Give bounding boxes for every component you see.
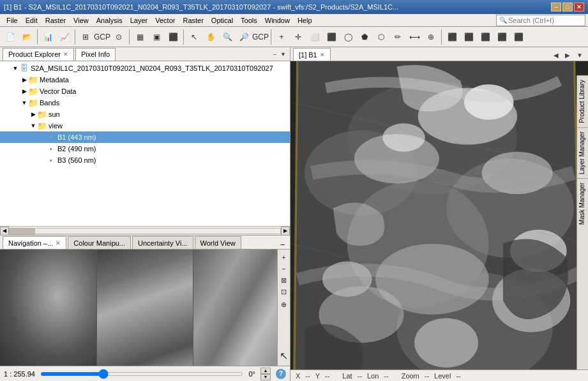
tree-item-b3[interactable]: ▶ ▪ B3 (560 nm)	[0, 154, 290, 166]
tool-barcode2[interactable]: ▣	[149, 29, 164, 45]
tool-grid[interactable]: ⊞	[78, 29, 93, 45]
tool-profile[interactable]: 📈	[57, 29, 72, 45]
tool-more1[interactable]: ⬛	[444, 29, 460, 45]
sidebar-mask-manager[interactable]: Mask Manager	[577, 178, 588, 228]
menu-tools[interactable]: Tools	[237, 15, 261, 26]
tree-toggle-metadata[interactable]: ▶	[20, 76, 28, 84]
menu-vector[interactable]: Vector	[151, 15, 179, 26]
search-input[interactable]	[508, 17, 578, 24]
tool-hand[interactable]: ✋	[203, 29, 218, 45]
tab-product-explorer-close[interactable]: ✕	[63, 51, 68, 57]
menu-file[interactable]: File	[3, 15, 22, 26]
tree-item-metadata[interactable]: ▶ 📁 Metadata	[0, 74, 290, 86]
tool-plus[interactable]: +	[274, 29, 289, 45]
menu-raster[interactable]: Raster	[41, 15, 70, 26]
tool-range[interactable]: ⟷	[407, 29, 422, 45]
menu-analysis[interactable]: Analysis	[93, 15, 126, 26]
tool-more2[interactable]: ⬛	[461, 29, 476, 45]
bottom-panel-minimize[interactable]: –	[278, 240, 287, 249]
tool-more5[interactable]: ⬛	[511, 29, 526, 45]
tab-product-explorer[interactable]: Product Explorer ✕	[3, 48, 74, 61]
tree-item-b2[interactable]: ▶ ▪ B2 (490 nm)	[0, 143, 290, 154]
tool-freehand[interactable]: ✏	[390, 29, 405, 45]
tree-item-b1[interactable]: ▶ ▪ B1 (443 nm)	[0, 131, 290, 143]
menu-edit[interactable]: Edit	[22, 15, 41, 26]
tool-more3[interactable]: ⬛	[478, 29, 493, 45]
tool-gcp2[interactable]: GCP	[253, 29, 268, 45]
thumb-zoom-out-btn[interactable]: −	[279, 264, 289, 274]
tool-shape5[interactable]: ⬡	[373, 29, 389, 45]
menu-help[interactable]: Help	[294, 15, 316, 26]
bottom-panels: Navigation –... ✕ Colour Manipu... Uncer…	[0, 235, 290, 381]
tree-toggle-bands[interactable]: ▼	[20, 99, 28, 107]
tab-view-b1-close[interactable]: ✕	[320, 52, 325, 58]
tool-zoom-in[interactable]: 🔍	[220, 29, 235, 45]
tool-shape1[interactable]: ⬜	[307, 29, 322, 45]
tab-world-view[interactable]: World View	[195, 236, 241, 249]
tree-toggle-sun[interactable]: ▶	[29, 110, 37, 118]
view-nav-next[interactable]: ▶	[562, 51, 573, 59]
menu-layer[interactable]: Layer	[126, 15, 152, 26]
tab-navigation[interactable]: Navigation –... ✕	[3, 236, 66, 249]
sidebar-layer-manager[interactable]: Layer Manager	[577, 127, 588, 178]
tool-gcp[interactable]: GCP	[94, 29, 110, 45]
rotation-up-btn[interactable]: ▲	[260, 368, 271, 374]
tree-item-vector[interactable]: ▶ 📁 Vector Data	[0, 86, 290, 97]
view-nav-menu[interactable]: ▼	[574, 51, 585, 59]
help-button[interactable]: ?	[276, 369, 286, 379]
tool-spectra[interactable]: 📊	[40, 29, 56, 45]
thumb-zoom-fit-btn[interactable]: ⊠	[279, 275, 289, 285]
tool-shape3[interactable]: ◯	[340, 29, 356, 45]
rotation-down-btn[interactable]: ▼	[260, 374, 271, 380]
tab-pixel-info[interactable]: Pixel Info	[75, 48, 116, 61]
maximize-button[interactable]: □	[562, 3, 573, 11]
tool-shape2[interactable]: ⬛	[324, 29, 339, 45]
tree-item-sun[interactable]: ▶ 📁 sun	[0, 108, 290, 120]
tree-toggle-view[interactable]: ▼	[29, 122, 37, 130]
scroll-left-btn[interactable]: ◀	[0, 227, 9, 235]
thumb-zoom-in-btn[interactable]: +	[279, 252, 289, 262]
thumb-zoom-actual-btn[interactable]: ⊡	[279, 287, 289, 297]
tab-navigation-close[interactable]: ✕	[56, 240, 61, 246]
scroll-right-btn[interactable]: ▶	[281, 227, 290, 235]
menu-raster2[interactable]: Raster	[179, 15, 207, 26]
minimize-button[interactable]: –	[551, 3, 561, 11]
tool-barcode[interactable]: ▦	[132, 29, 147, 45]
panel-maximize-btn[interactable]: ▼	[279, 51, 287, 57]
new-button[interactable]: 📄	[3, 29, 18, 45]
tool-shape4[interactable]: ⬟	[357, 29, 372, 45]
zoom-slider[interactable]	[40, 372, 244, 376]
main-image[interactable]: Product Library Layer Manager Mask Manag…	[290, 61, 588, 370]
tool-more4[interactable]: ⬛	[494, 29, 509, 45]
tool-pointer[interactable]: ↖	[186, 29, 202, 45]
menu-optical[interactable]: Optical	[207, 15, 237, 26]
scroll-track[interactable]	[9, 228, 281, 234]
right-sidebar: Product Library Layer Manager Mask Manag…	[577, 75, 588, 370]
tab-colour-manipu[interactable]: Colour Manipu...	[68, 236, 131, 249]
tree-toggle-root[interactable]: ▼	[11, 64, 19, 72]
tab-view-b1[interactable]: [1] B1 ✕	[293, 48, 331, 61]
tree-scrollbar[interactable]: ◀ ▶	[0, 226, 290, 235]
scroll-thumb[interactable]	[10, 228, 35, 235]
menu-view[interactable]: View	[70, 15, 93, 26]
tool-zoom-out[interactable]: 🔎	[236, 29, 252, 45]
tree-root[interactable]: ▼ 🗄 S2A_MSIL1C_20170310T092021_N0204_R09…	[0, 63, 290, 74]
search-box[interactable]: 🔍	[496, 15, 585, 26]
tree-toggle-vector[interactable]: ▶	[20, 87, 28, 95]
tool-red[interactable]: ⬛	[165, 29, 181, 45]
product-explorer: Product Explorer ✕ Pixel Info – ▼ ▼ 🗄 S2	[0, 47, 290, 235]
panel-minimize-btn[interactable]: –	[272, 51, 278, 57]
sidebar-product-library[interactable]: Product Library	[577, 75, 588, 127]
tree-item-bands[interactable]: ▼ 📁 Bands	[0, 97, 290, 108]
menu-window[interactable]: Window	[261, 15, 294, 26]
tree-item-view[interactable]: ▼ 📁 view	[0, 120, 290, 131]
open-button[interactable]: 📂	[19, 29, 34, 45]
tool-measure[interactable]: ⊙	[111, 29, 126, 45]
tool-cross[interactable]: ✛	[290, 29, 306, 45]
view-nav-prev[interactable]: ◀	[551, 51, 561, 59]
close-button[interactable]: ✕	[574, 3, 584, 11]
tab-uncertainty-vi[interactable]: Uncertainty Vi...	[132, 236, 193, 249]
thumb-zoom-layer-btn[interactable]: ⊕	[279, 299, 289, 310]
tree-container[interactable]: ▼ 🗄 S2A_MSIL1C_20170310T092021_N0204_R09…	[0, 61, 290, 226]
tool-extra[interactable]: ⊕	[423, 29, 439, 45]
